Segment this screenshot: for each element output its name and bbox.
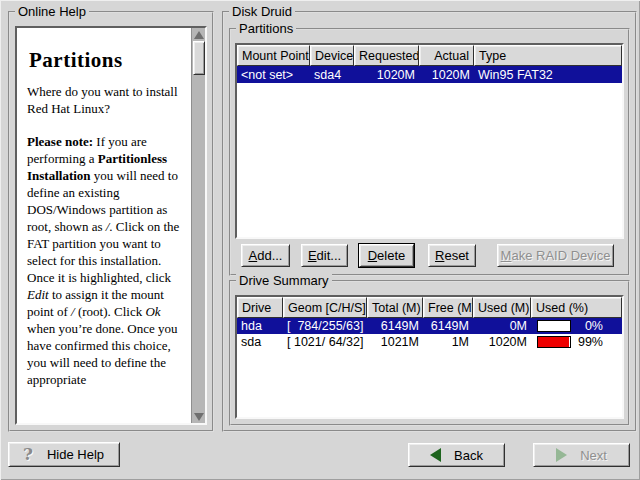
usage-bar xyxy=(537,336,571,348)
partition-row-sda4[interactable]: <not set> sda4 1020M 1020M Win95 FAT32 xyxy=(237,66,622,83)
column-header-free[interactable]: Free (M) xyxy=(423,297,473,318)
column-header-used-m[interactable]: Used (M) xyxy=(473,297,531,318)
drive-used-m: 0M xyxy=(473,319,531,333)
column-header-total[interactable]: Total (M) xyxy=(367,297,423,318)
next-label: Next xyxy=(580,448,607,463)
column-header-geom[interactable]: Geom [C/H/S] xyxy=(283,297,367,318)
left-arrow-icon xyxy=(430,448,441,462)
help-title: Partitions xyxy=(29,52,189,69)
edit-button[interactable]: Edit... xyxy=(301,244,348,267)
drive-row-hda[interactable]: hda [ 784/255/63] 6149M 6149M 0M 0% xyxy=(237,318,622,334)
triangle-down-icon xyxy=(194,413,204,421)
partition-mount-point: <not set> xyxy=(237,68,310,82)
delete-button[interactable]: Delete xyxy=(359,244,414,267)
drive-used-m: 1020M xyxy=(473,335,531,349)
drive-used-pct: 0% xyxy=(571,319,603,333)
column-header-used-pct[interactable]: Used (%) xyxy=(531,297,622,318)
help-note-paragraph: Please note: If you are performing a Par… xyxy=(27,133,189,388)
drive-summary-frame: Drive Summary Drive Geom [C/H/S] Total (… xyxy=(229,280,630,426)
partition-device: sda4 xyxy=(310,68,354,82)
next-button[interactable]: Next xyxy=(533,443,630,467)
hide-help-label: Hide Help xyxy=(47,447,104,462)
partition-actual: 1020M xyxy=(419,68,474,82)
column-header-mount-point[interactable]: Mount Point xyxy=(237,45,310,66)
scrollbar-thumb[interactable] xyxy=(193,41,205,75)
installer-window: { "colors": { "background": "#d6d6d6", "… xyxy=(0,0,640,480)
help-scrollbar[interactable] xyxy=(191,28,205,423)
drive-geom: [ 1021/ 64/32] xyxy=(283,335,367,349)
column-header-drive[interactable]: Drive xyxy=(237,297,283,318)
drive-free: 6149M xyxy=(423,319,473,333)
drive-free: 1M xyxy=(423,335,473,349)
drive-summary-table: Drive Geom [C/H/S] Total (M) Free (M) Us… xyxy=(235,295,624,419)
drive-row-sda[interactable]: sda [ 1021/ 64/32] 1021M 1M 1020M 99% xyxy=(237,334,622,350)
hide-help-button[interactable]: ? Hide Help xyxy=(8,442,120,467)
drive-total: 1021M xyxy=(367,335,423,349)
partitions-table: Mount Point Device Requested Actual Type… xyxy=(235,43,624,239)
help-intro-paragraph: Where do you want to install Red Hat Lin… xyxy=(27,83,189,117)
back-label: Back xyxy=(454,448,483,463)
drive-geom: [ 784/255/63] xyxy=(283,319,367,333)
right-arrow-icon xyxy=(556,448,567,462)
drive-summary-header: Drive Geom [C/H/S] Total (M) Free (M) Us… xyxy=(237,297,622,318)
column-header-actual[interactable]: Actual xyxy=(419,45,474,66)
column-header-type[interactable]: Type xyxy=(474,45,622,66)
drive-total: 6149M xyxy=(367,319,423,333)
partitions-frame-label: Partitions xyxy=(236,21,296,36)
usage-bar xyxy=(537,320,571,332)
column-header-requested[interactable]: Requested xyxy=(354,45,419,66)
partition-type: Win95 FAT32 xyxy=(474,68,622,82)
drive-used-pct-cell: 0% xyxy=(531,319,622,333)
disk-druid-frame-label: Disk Druid xyxy=(229,4,295,19)
help-scroll-area: Partitions Where do you want to install … xyxy=(15,26,207,425)
online-help-frame: Online Help Partitions Where do you want… xyxy=(8,11,214,432)
disk-druid-frame: Disk Druid Partitions Mount Point Device… xyxy=(222,11,637,432)
drive-used-pct: 99% xyxy=(571,335,603,349)
triangle-up-icon xyxy=(194,31,204,39)
partition-requested: 1020M xyxy=(354,68,419,82)
online-help-frame-label: Online Help xyxy=(15,4,89,19)
add-button[interactable]: Add... xyxy=(241,244,290,267)
usage-bar-fill xyxy=(538,337,569,347)
make-raid-device-button[interactable]: Make RAID Device xyxy=(497,244,614,267)
back-button[interactable]: Back xyxy=(408,443,505,467)
drive-name: sda xyxy=(237,335,283,349)
drive-used-pct-cell: 99% xyxy=(531,335,622,349)
column-header-device[interactable]: Device xyxy=(310,45,354,66)
drive-summary-frame-label: Drive Summary xyxy=(236,273,332,288)
partitions-table-header: Mount Point Device Requested Actual Type xyxy=(237,45,622,66)
partitions-frame: Partitions Mount Point Device Requested … xyxy=(229,28,630,276)
partition-actions: Add... Edit... Delete Reset Make RAID De… xyxy=(235,242,624,269)
question-mark-icon: ? xyxy=(23,446,33,463)
reset-button[interactable]: Reset xyxy=(428,244,476,267)
scroll-down-button[interactable] xyxy=(192,410,205,423)
scroll-up-button[interactable] xyxy=(192,28,205,41)
help-text: Partitions Where do you want to install … xyxy=(17,28,191,423)
drive-name: hda xyxy=(237,319,283,333)
